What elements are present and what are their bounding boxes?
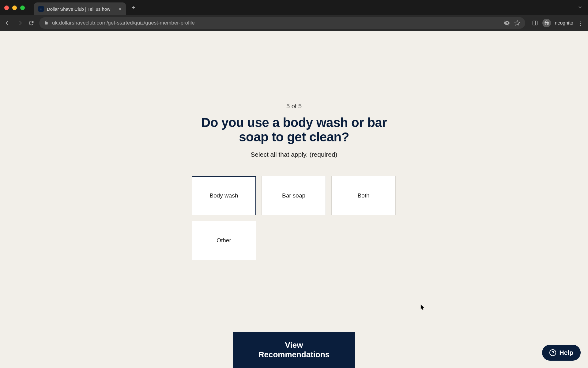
instruction-text: Select all that apply. (required) bbox=[190, 151, 398, 158]
browser-chrome: • Dollar Shave Club | Tell us how × + uk… bbox=[0, 0, 588, 31]
option-label: Other bbox=[217, 237, 231, 244]
option-label: Bar soap bbox=[282, 192, 305, 199]
window-controls bbox=[4, 6, 25, 10]
view-recommendations-button[interactable]: View Recommendations bbox=[233, 332, 355, 368]
nav-forward-button[interactable] bbox=[16, 19, 23, 27]
svg-rect-0 bbox=[533, 21, 537, 25]
incognito-badge[interactable]: Incognito bbox=[542, 19, 573, 27]
lock-icon bbox=[44, 21, 48, 26]
browser-menu-button[interactable]: ⋮ bbox=[578, 19, 584, 27]
cta-label: View Recommendations bbox=[258, 340, 330, 359]
tab-overflow-icon[interactable] bbox=[578, 5, 582, 11]
page-content: 5 of 5 Do you use a body wash or bar soa… bbox=[0, 31, 588, 368]
url-text: uk.dollarshaveclub.com/get-started/quiz/… bbox=[52, 20, 195, 26]
cursor-icon bbox=[420, 305, 425, 312]
browser-tab[interactable]: • Dollar Shave Club | Tell us how × bbox=[34, 2, 126, 15]
window-close-button[interactable] bbox=[4, 6, 9, 10]
option-both[interactable]: Both bbox=[331, 176, 396, 215]
tab-title: Dollar Shave Club | Tell us how bbox=[47, 6, 115, 12]
option-other[interactable]: Other bbox=[192, 221, 256, 260]
nav-back-button[interactable] bbox=[4, 19, 12, 27]
tab-bar: • Dollar Shave Club | Tell us how × + bbox=[0, 0, 588, 15]
quiz-container: 5 of 5 Do you use a body wash or bar soa… bbox=[190, 103, 398, 260]
help-label: Help bbox=[559, 349, 573, 356]
help-widget[interactable]: ? Help bbox=[542, 345, 581, 361]
options-grid: Body wash Bar soap Both Other bbox=[192, 176, 396, 260]
panel-icon[interactable] bbox=[532, 20, 538, 26]
nav-reload-button[interactable] bbox=[28, 19, 35, 27]
incognito-icon bbox=[542, 19, 551, 27]
option-body-wash[interactable]: Body wash bbox=[192, 176, 256, 215]
new-tab-button[interactable]: + bbox=[131, 4, 135, 12]
url-field[interactable]: uk.dollarshaveclub.com/get-started/quiz/… bbox=[39, 17, 525, 29]
tab-favicon-icon: • bbox=[38, 6, 44, 12]
tab-close-icon[interactable]: × bbox=[118, 6, 122, 12]
address-bar: uk.dollarshaveclub.com/get-started/quiz/… bbox=[0, 15, 588, 31]
eye-off-icon[interactable] bbox=[504, 20, 510, 26]
incognito-label: Incognito bbox=[553, 20, 573, 26]
help-icon: ? bbox=[549, 349, 556, 356]
option-label: Body wash bbox=[210, 192, 238, 199]
toolbar-right: Incognito ⋮ bbox=[532, 19, 584, 27]
window-minimize-button[interactable] bbox=[12, 6, 17, 10]
option-bar-soap[interactable]: Bar soap bbox=[262, 176, 326, 215]
star-icon[interactable] bbox=[514, 20, 520, 26]
question-title: Do you use a body wash or bar soap to ge… bbox=[190, 115, 398, 144]
progress-text: 5 of 5 bbox=[190, 103, 398, 110]
url-actions bbox=[504, 20, 520, 26]
option-label: Both bbox=[357, 192, 369, 199]
window-maximize-button[interactable] bbox=[20, 6, 25, 10]
